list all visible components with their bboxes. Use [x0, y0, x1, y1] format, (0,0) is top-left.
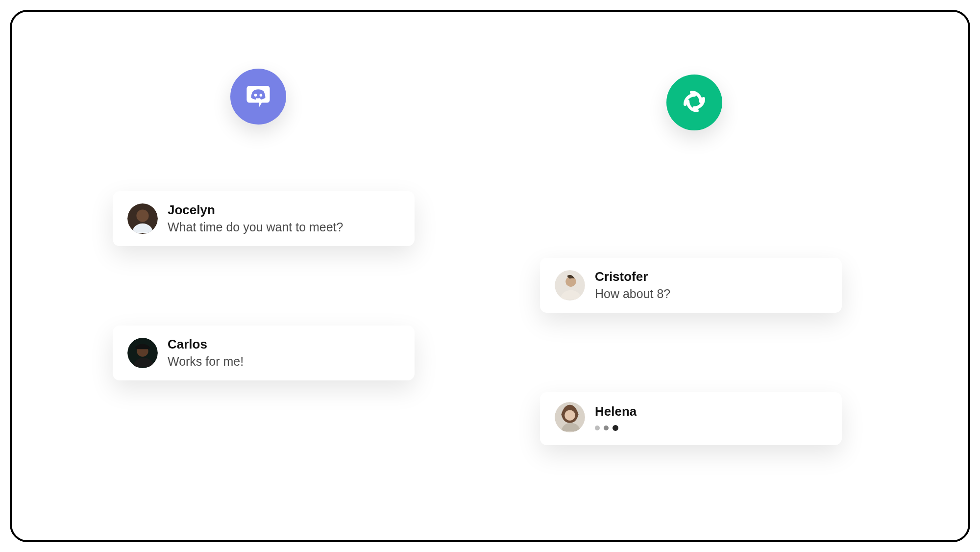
message-text: How about 8? [595, 286, 670, 302]
chat-message-carlos[interactable]: Carlos Works for me! [113, 326, 415, 380]
svg-point-1 [260, 94, 263, 97]
message-text: What time do you want to meet? [168, 219, 343, 236]
app-frame: Jocelyn What time do you want to meet? C… [10, 10, 970, 542]
svg-point-0 [254, 94, 257, 97]
chat-message-jocelyn[interactable]: Jocelyn What time do you want to meet? [113, 191, 415, 246]
avatar-helena [555, 402, 585, 432]
chat-text: Carlos Works for me! [168, 336, 244, 370]
sender-name: Carlos [168, 336, 244, 352]
discord-icon [244, 81, 272, 112]
typing-dot [595, 426, 600, 430]
chat-text: Cristofer How about 8? [595, 269, 670, 302]
avatar-carlos [127, 338, 158, 368]
chat-text: Helena [595, 403, 637, 431]
chat-message-cristofer[interactable]: Cristofer How about 8? [540, 258, 842, 313]
svg-point-3 [136, 210, 148, 222]
avatar-cristofer [555, 270, 585, 301]
sender-name: Cristofer [595, 269, 670, 285]
avatar-jocelyn [127, 203, 158, 234]
typing-dot [612, 425, 618, 431]
svg-point-9 [564, 410, 575, 420]
typing-indicator [595, 425, 637, 431]
discord-badge [230, 69, 286, 125]
sender-name: Jocelyn [168, 202, 343, 218]
chat-message-helena[interactable]: Helena [540, 392, 842, 445]
element-icon [680, 87, 709, 118]
sender-name: Helena [595, 403, 637, 420]
chat-text: Jocelyn What time do you want to meet? [168, 202, 343, 235]
element-badge [666, 75, 722, 130]
message-text: Works for me! [168, 353, 244, 370]
typing-dot [604, 426, 609, 430]
